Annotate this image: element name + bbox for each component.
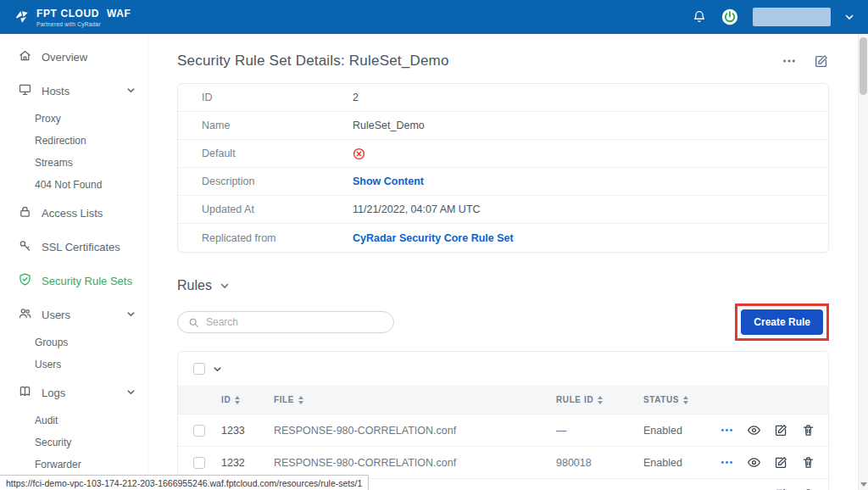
row-checkbox[interactable]: [193, 457, 205, 469]
cell-file: RESPONSE-980-CORRELATION.conf: [274, 425, 556, 437]
sidebar-item-label: Logs: [42, 387, 65, 399]
delete-icon[interactable]: [801, 423, 815, 437]
sidebar-item-ssl-certificates[interactable]: SSL Certificates: [0, 230, 147, 264]
detail-row-updated-at: Updated At 11/21/2022, 04:07 AM UTC: [178, 196, 828, 224]
sidebar-item-streams[interactable]: Streams: [0, 152, 147, 174]
chevron-down-icon: [126, 85, 136, 97]
sidebar-item-logs[interactable]: Logs: [0, 376, 147, 409]
chevron-down-icon[interactable]: [844, 12, 854, 22]
vertical-scrollbar[interactable]: [858, 34, 868, 490]
edit-icon[interactable]: [814, 53, 829, 69]
cell-id: 1233: [221, 425, 274, 437]
lock-icon: [18, 204, 32, 221]
sidebar-sub-label: Security: [35, 437, 71, 448]
search-input[interactable]: [206, 316, 383, 328]
rules-section-toggle[interactable]: Rules: [177, 278, 829, 293]
sidebar-item-redirection[interactable]: Redirection: [0, 130, 147, 152]
bulk-actions-chevron-icon[interactable]: [213, 365, 222, 374]
view-icon[interactable]: [747, 423, 761, 437]
rules-table: ID FILE RULE ID STATUS 1233 RESPONSE-980…: [177, 351, 829, 490]
search-box[interactable]: [177, 311, 394, 333]
detail-label: Default: [202, 148, 353, 159]
home-icon: [18, 48, 32, 65]
sort-icon[interactable]: [598, 396, 603, 404]
product-name: WAF: [107, 8, 131, 19]
sidebar-sub-label: 404 Not Found: [35, 179, 102, 191]
detail-row-name: Name RuleSet_Demo: [178, 112, 828, 140]
edit-icon[interactable]: [774, 455, 788, 470]
table-row: 1233 RESPONSE-980-CORRELATION.conf — Ena…: [178, 414, 828, 446]
user-menu[interactable]: [753, 8, 831, 26]
replicated-from-link[interactable]: CyRadar Security Core Rule Set: [353, 232, 514, 244]
scrollbar-thumb[interactable]: [860, 37, 867, 95]
sidebar-sub-label: Forwarder: [35, 459, 81, 471]
sidebar-item-audit[interactable]: Audit: [0, 409, 147, 432]
show-content-link[interactable]: Show Content: [353, 175, 424, 187]
cell-rule-id: 980018: [556, 457, 643, 469]
annotation-highlight-box: Create Rule: [735, 303, 829, 341]
detail-value: 2: [353, 92, 359, 103]
sort-icon[interactable]: [235, 396, 240, 404]
scrollbar-down-arrow-icon[interactable]: [860, 482, 867, 487]
brand-name: FPT CLOUD: [36, 8, 99, 19]
sidebar-item-hosts[interactable]: Hosts: [0, 74, 147, 108]
sidebar-item-label: Users: [42, 309, 70, 321]
more-options-icon[interactable]: [782, 53, 797, 69]
power-icon[interactable]: [721, 8, 739, 26]
top-header: FPT CLOUD WAF Partnered with CyRadar: [0, 0, 868, 34]
cell-status: Enabled: [643, 457, 720, 469]
table-row: 1232 RESPONSE-980-CORRELATION.conf 98001…: [178, 446, 828, 478]
delete-icon[interactable]: [801, 455, 815, 470]
sidebar-item-forwarder[interactable]: Forwarder: [0, 454, 147, 476]
table-header-row: ID FILE RULE ID STATUS: [178, 386, 828, 414]
detail-label: ID: [202, 92, 353, 103]
shield-check-icon: [18, 272, 32, 289]
sidebar-sub-label: Streams: [35, 157, 73, 169]
detail-row-id: ID 2: [178, 84, 828, 112]
sidebar-item-overview[interactable]: Overview: [0, 40, 147, 74]
sidebar-item-proxy[interactable]: Proxy: [0, 108, 147, 130]
cell-rule-id: —: [556, 425, 643, 437]
sort-icon[interactable]: [298, 396, 303, 404]
edit-icon[interactable]: [774, 423, 788, 437]
sidebar-item-404-not-found[interactable]: 404 Not Found: [0, 174, 147, 196]
sidebar-item-groups[interactable]: Groups: [0, 331, 147, 354]
cross-circle-icon: [353, 148, 365, 160]
select-all-checkbox[interactable]: [193, 363, 205, 375]
column-header-file: FILE: [274, 395, 294, 404]
detail-row-default: Default: [178, 140, 828, 168]
view-icon[interactable]: [747, 455, 761, 470]
create-rule-button[interactable]: Create Rule: [741, 309, 823, 335]
bell-icon[interactable]: [692, 9, 707, 25]
app-logo[interactable]: FPT CLOUD WAF Partnered with CyRadar: [14, 8, 131, 27]
chevron-down-icon: [220, 281, 230, 291]
main-content: Security Rule Set Details: RuleSet_Demo …: [148, 34, 858, 490]
fpt-logo-icon: [14, 8, 31, 25]
monitor-icon: [18, 82, 32, 99]
more-options-icon[interactable]: [720, 455, 734, 470]
details-card: ID 2 Name RuleSet_Demo Default Descripti…: [177, 83, 829, 253]
detail-value: 11/21/2022, 04:07 AM UTC: [353, 203, 481, 215]
detail-row-description: Description Show Content: [178, 168, 828, 196]
sidebar-item-security[interactable]: Security: [0, 432, 147, 454]
sidebar-sub-label: Proxy: [35, 113, 61, 125]
sort-icon[interactable]: [683, 396, 688, 404]
status-url: https://fci-demo-vpc-103-174-212-203-166…: [6, 478, 362, 488]
chevron-down-icon: [126, 387, 136, 399]
row-checkbox[interactable]: [193, 425, 205, 437]
sidebar-item-access-lists[interactable]: Access Lists: [0, 196, 147, 230]
detail-label: Name: [202, 120, 353, 131]
sidebar-sub-label: Groups: [35, 337, 68, 348]
sidebar-sub-label: Redirection: [35, 135, 86, 147]
search-icon: [188, 317, 199, 328]
sidebar-item-users[interactable]: Users: [0, 298, 147, 331]
browser-status-bar: https://fci-demo-vpc-103-174-212-203-166…: [0, 475, 369, 490]
more-options-icon[interactable]: [720, 423, 734, 437]
sidebar-item-security-rule-sets[interactable]: Security Rule Sets: [0, 264, 147, 298]
book-icon: [18, 384, 32, 401]
rules-heading: Rules: [177, 278, 212, 293]
sidebar-item-users-sub[interactable]: Users: [0, 354, 147, 376]
sidebar: Overview Hosts Proxy Redirection Streams…: [0, 34, 148, 490]
key-icon: [18, 238, 32, 255]
cell-id: 1232: [221, 457, 274, 469]
